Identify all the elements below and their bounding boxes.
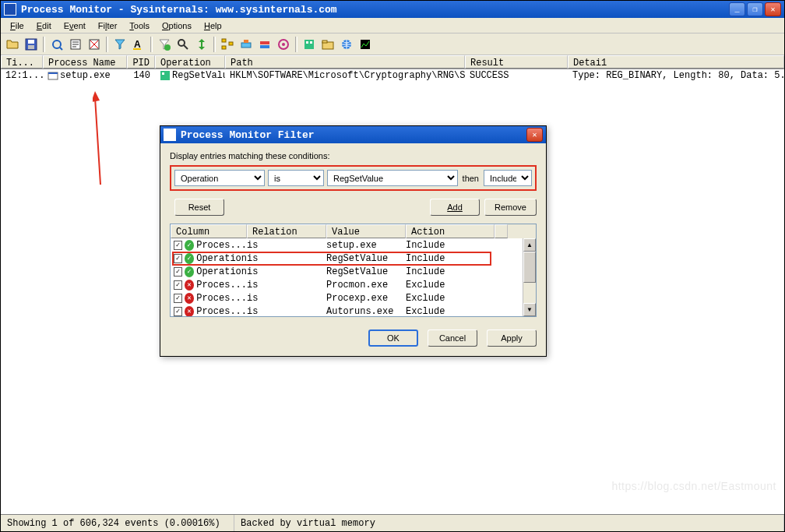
- find-icon[interactable]: [174, 36, 192, 53]
- open-icon[interactable]: [4, 36, 21, 53]
- filter-value-combo[interactable]: RegSetValue: [327, 170, 458, 186]
- filter-action-combo[interactable]: Include: [484, 170, 532, 186]
- list-col-column[interactable]: Column: [171, 224, 247, 238]
- rule-action: Exclude: [406, 293, 484, 304]
- svg-rect-23: [322, 41, 327, 43]
- list-item[interactable]: ✓✓OperationisRegSetValueInclude: [171, 265, 536, 278]
- watermark: https://blog.csdn.net/Eastmount: [604, 475, 784, 497]
- filter-relation-combo[interactable]: is: [268, 170, 324, 186]
- save-icon[interactable]: [23, 36, 40, 53]
- toolbar: A: [1, 33, 784, 55]
- rule-checkbox[interactable]: ✓: [174, 294, 182, 303]
- minimize-button[interactable]: _: [729, 2, 745, 16]
- add-button[interactable]: Add: [430, 199, 480, 216]
- status-events: Showing 1 of 606,324 events (0.00016%): [1, 515, 234, 531]
- rule-checkbox[interactable]: ✓: [174, 241, 182, 250]
- cell-result: SUCCESS: [465, 70, 568, 81]
- rule-action: Exclude: [406, 280, 484, 291]
- scroll-down-icon[interactable]: ▼: [523, 303, 536, 316]
- filter-icon[interactable]: [111, 36, 128, 53]
- ok-button[interactable]: OK: [368, 329, 418, 347]
- col-detail[interactable]: Detai1: [568, 55, 784, 69]
- list-item[interactable]: ✓✕Proces...isProcmon.exeExclude: [171, 278, 536, 291]
- list-item[interactable]: ✓✕Proces...isAutoruns.exeExclude: [171, 305, 536, 316]
- svg-rect-10: [222, 39, 226, 42]
- rule-relation: is: [247, 266, 326, 277]
- include-icon: ✓: [185, 240, 194, 251]
- rule-relation: is: [247, 306, 326, 317]
- list-item[interactable]: ✓✓OperationisRegSetValueInclude: [171, 252, 536, 265]
- network-icon[interactable]: [338, 36, 355, 53]
- jump-icon[interactable]: [193, 36, 210, 53]
- profiling-icon[interactable]: [357, 36, 374, 53]
- capture-icon[interactable]: [48, 36, 65, 53]
- svg-rect-27: [48, 72, 58, 74]
- clear-icon[interactable]: [86, 36, 103, 53]
- rule-column: Proces...: [196, 240, 247, 251]
- table-row[interactable]: 12:1... setup.exe 140 RegSetValue HKLM\S…: [1, 69, 784, 82]
- list-scrollbar[interactable]: ▲ ▼: [523, 238, 536, 316]
- target-icon[interactable]: [275, 36, 292, 53]
- menu-file[interactable]: File: [4, 19, 30, 32]
- rule-checkbox[interactable]: ✓: [174, 307, 182, 316]
- dialog-close-button[interactable]: ✕: [526, 128, 543, 142]
- menu-tools[interactable]: Tools: [123, 19, 156, 32]
- rule-relation: is: [247, 293, 326, 304]
- list-item[interactable]: ✓✕Proces...isProcexp.exeExclude: [171, 291, 536, 305]
- highlight-icon[interactable]: A: [130, 36, 147, 53]
- svg-rect-28: [160, 71, 170, 80]
- col-result[interactable]: Result: [465, 55, 568, 69]
- autoscroll-icon[interactable]: [67, 36, 84, 53]
- close-button[interactable]: ✕: [765, 2, 781, 16]
- filesystem-icon[interactable]: [319, 36, 336, 53]
- list-col-value[interactable]: Value: [326, 224, 406, 238]
- col-pid[interactable]: PID: [127, 55, 155, 69]
- menu-event[interactable]: Event: [58, 19, 92, 32]
- rule-column: Proces...: [196, 280, 247, 291]
- menu-filter[interactable]: Filter: [92, 19, 123, 32]
- exclude-icon: ✕: [185, 293, 194, 304]
- cancel-button[interactable]: Cancel: [428, 329, 477, 347]
- col-path[interactable]: Path: [225, 55, 465, 69]
- stack-icon[interactable]: [256, 36, 273, 53]
- rule-action: Include: [406, 253, 484, 264]
- rule-action: Exclude: [406, 306, 484, 317]
- menu-options[interactable]: Options: [156, 19, 198, 32]
- svg-point-18: [282, 43, 285, 46]
- process-icon[interactable]: [238, 36, 255, 53]
- registry-icon[interactable]: [301, 36, 318, 53]
- list-col-relation[interactable]: Relation: [247, 224, 326, 238]
- filter-column-combo[interactable]: Operation: [174, 170, 265, 186]
- rule-checkbox[interactable]: ✓: [174, 254, 182, 263]
- col-operation[interactable]: Operation: [155, 55, 225, 69]
- svg-point-3: [53, 41, 61, 48]
- tree-icon[interactable]: [219, 36, 236, 53]
- cell-process: setup.exe: [43, 70, 127, 81]
- svg-marker-31: [93, 91, 100, 102]
- svg-rect-21: [310, 41, 312, 44]
- cell-detail: Type: REG_BINARY, Length: 80, Data: 5...: [568, 70, 784, 81]
- include-icon: ✓: [185, 253, 194, 264]
- statusbar: Showing 1 of 606,324 events (0.00016%) B…: [1, 514, 784, 531]
- exclude-icon: ✕: [185, 306, 194, 317]
- rule-checkbox[interactable]: ✓: [174, 267, 182, 277]
- rule-checkbox[interactable]: ✓: [174, 280, 182, 290]
- list-col-action[interactable]: Action: [406, 224, 495, 238]
- menu-help[interactable]: Help: [198, 19, 228, 32]
- list-item[interactable]: ✓✓Proces...issetup.exeInclude: [171, 238, 536, 252]
- menu-edit[interactable]: Edit: [30, 19, 58, 32]
- include-icon[interactable]: [156, 36, 173, 53]
- scroll-thumb[interactable]: [523, 252, 536, 283]
- apply-button[interactable]: Apply: [487, 329, 537, 347]
- dialog-titlebar: Process Monitor Filter ✕: [160, 126, 546, 143]
- dialog-title: Process Monitor Filter: [181, 129, 315, 141]
- filter-rules-list[interactable]: Column Relation Value Action ✓✓Proces...…: [170, 224, 537, 317]
- remove-button[interactable]: Remove: [484, 199, 537, 216]
- reset-button[interactable]: Reset: [174, 199, 224, 216]
- col-process[interactable]: Process Name: [43, 55, 127, 69]
- col-time[interactable]: Ti...: [1, 55, 43, 69]
- scroll-up-icon[interactable]: ▲: [523, 238, 536, 252]
- dialog-label: Display entries matching these condition…: [170, 151, 537, 160]
- svg-rect-1: [28, 40, 34, 44]
- maximize-button[interactable]: ❐: [747, 2, 763, 16]
